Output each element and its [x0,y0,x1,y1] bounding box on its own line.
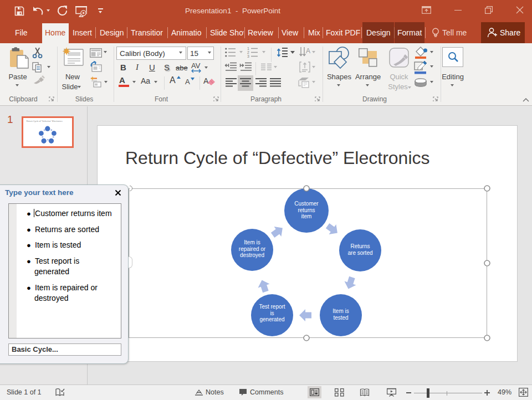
svg-text:1: 1 [247,47,249,50]
svg-text:3: 3 [247,54,249,58]
svg-text:A: A [306,47,310,55]
svg-text:2: 2 [247,50,249,54]
